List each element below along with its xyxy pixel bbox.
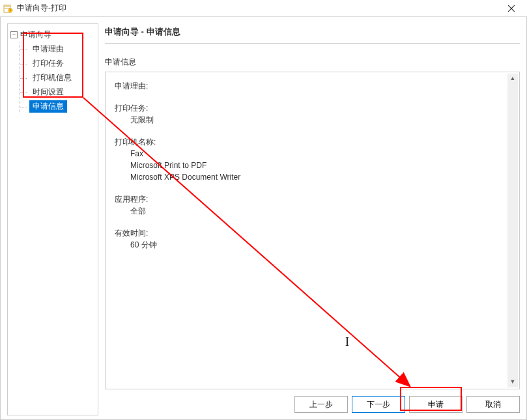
task-value: 无限制 [130,114,510,126]
titlebar: 申请向导-打印 [0,0,527,17]
tree-item-printer-info[interactable]: 打印机信息 [21,71,95,85]
info-app: 应用程序: 全部 [115,193,510,217]
tree-collapse-icon[interactable]: − [10,31,18,38]
page-title: 申请向导 - 申请信息 [105,23,520,44]
printer-value-0: Fax [130,148,510,160]
time-value: 60 分钟 [130,239,510,251]
app-icon [3,3,13,14]
info-task: 打印任务: 无限制 [115,102,510,126]
app-value: 全部 [130,205,510,217]
tree-item-apply-info[interactable]: 申请信息 [21,100,95,113]
sidebar-tree: − 申请向导 申请理由 打印任务 打印机信息 时间设置 申请信息 [7,23,98,415]
prev-button[interactable]: 上一步 [294,396,348,413]
scroll-down-icon[interactable]: ▼ [507,377,518,387]
reason-label: 申请理由: [115,80,510,92]
info-printer: 打印机名称: Fax Microsoft Print to PDF Micros… [115,136,510,183]
window-body: − 申请向导 申请理由 打印任务 打印机信息 时间设置 申请信息 申请向导 - … [0,17,527,420]
tree-item-time-setting[interactable]: 时间设置 [21,85,95,99]
svg-rect-1 [5,7,10,7]
button-row: 上一步 下一步 申请 取消 [105,389,520,415]
scrollbar[interactable]: ▲ ▼ [507,74,518,387]
info-content-box: 申请理由: 打印任务: 无限制 打印机名称: Fax Microsoft Pri… [105,72,520,389]
cancel-button[interactable]: 取消 [466,396,520,413]
next-button[interactable]: 下一步 [352,396,405,413]
window-title: 申请向导-打印 [17,3,498,14]
task-label: 打印任务: [115,102,510,114]
tree-item-reason[interactable]: 申请理由 [21,42,95,56]
time-label: 有效时间: [115,227,510,239]
printer-value-2: Microsoft XPS Document Writer [130,171,510,183]
tree-root-label: 申请向导 [20,29,51,40]
info-time: 有效时间: 60 分钟 [115,227,510,251]
apply-button[interactable]: 申请 [409,396,463,413]
tree-root[interactable]: − 申请向导 [10,28,95,42]
close-button[interactable] [498,1,524,16]
tree-item-print-task[interactable]: 打印任务 [21,57,95,70]
main-panel: 申请向导 - 申请信息 申请信息 申请理由: 打印任务: 无限制 打印机名称: … [105,23,520,415]
app-label: 应用程序: [115,193,510,205]
svg-rect-4 [10,9,11,10]
section-label: 申请信息 [105,57,520,68]
svg-rect-2 [5,8,10,8]
tree-children: 申请理由 打印任务 打印机信息 时间设置 申请信息 [20,42,95,113]
scroll-up-icon[interactable]: ▲ [507,74,518,84]
printer-value-1: Microsoft Print to PDF [130,160,510,171]
printer-label: 打印机名称: [115,136,510,148]
info-reason: 申请理由: [115,80,510,92]
